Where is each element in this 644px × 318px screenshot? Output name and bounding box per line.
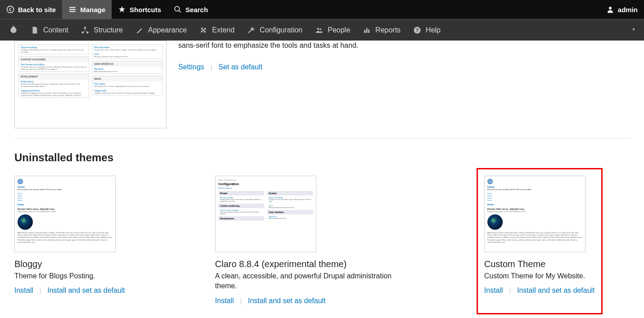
user-icon	[606, 5, 614, 14]
wrench-icon	[247, 26, 255, 34]
svg-point-1	[175, 6, 180, 11]
svg-point-7	[320, 28, 321, 30]
install-default-link[interactable]: Install and set as default	[47, 286, 125, 294]
nav-people[interactable]: People	[309, 19, 356, 41]
nav-appearance[interactable]: Appearance	[129, 19, 193, 41]
theme-name: Custom Theme	[484, 259, 595, 269]
svg-rect-9	[366, 28, 368, 33]
hamburger-icon	[68, 5, 77, 14]
shortcuts-link[interactable]: Shortcuts	[112, 0, 167, 19]
drupal-icon	[9, 25, 18, 34]
user-menu[interactable]: admin	[600, 0, 644, 19]
svg-rect-8	[364, 30, 365, 33]
wand-icon	[135, 26, 144, 34]
search-link[interactable]: Search	[167, 0, 214, 19]
home-icon-link[interactable]	[3, 25, 24, 35]
section-title: Uninstalled themes	[14, 151, 630, 164]
settings-link[interactable]: Settings	[178, 63, 204, 71]
svg-point-6	[317, 27, 320, 30]
puzzle-icon	[199, 26, 207, 34]
set-default-link[interactable]: Set as default	[218, 63, 262, 71]
people-icon	[315, 26, 323, 34]
uninstalled-themes-grid: Classy A base theme with sensible defaul…	[14, 176, 630, 305]
nav-help-label: Help	[426, 26, 441, 34]
toolbar-top: Back to site Manage Shortcuts Search adm…	[0, 0, 644, 19]
nav-content[interactable]: Content	[24, 19, 75, 41]
theme-card-bloggy: Classy A base theme with sensible defaul…	[14, 176, 125, 305]
nav-configuration-label: Configuration	[260, 26, 302, 34]
file-icon	[31, 26, 39, 34]
divider	[14, 138, 630, 139]
search-icon	[174, 5, 182, 14]
structure-icon	[81, 26, 89, 34]
svg-point-0	[7, 6, 14, 13]
install-link[interactable]: Install	[215, 297, 234, 304]
help-icon: ?	[413, 26, 421, 34]
svg-text:?: ?	[416, 27, 419, 32]
nav-reports-label: Reports	[375, 26, 401, 34]
shortcuts-label: Shortcuts	[130, 6, 161, 14]
back-to-site-label: Back to site	[18, 6, 56, 14]
toolbar-sub: Content Structure Appearance Extend Conf…	[0, 19, 644, 41]
theme-name: Claro 8.8.4 (experimental theme)	[215, 259, 394, 269]
svg-point-2	[609, 7, 612, 9]
nav-configuration[interactable]: Configuration	[241, 19, 309, 41]
nav-extend-label: Extend	[212, 26, 234, 34]
nav-content-label: Content	[43, 26, 68, 34]
back-to-site-link[interactable]: Back to site	[0, 0, 62, 19]
nav-reports[interactable]: Reports	[356, 19, 407, 41]
arrow-left-icon	[6, 5, 14, 14]
theme-name: Bloggy	[14, 259, 125, 269]
collapse-toggle[interactable]	[623, 25, 644, 35]
install-default-link[interactable]: Install and set as default	[517, 286, 595, 294]
nav-help[interactable]: ? Help	[407, 19, 447, 41]
collapse-icon	[630, 25, 638, 33]
svg-rect-10	[368, 29, 369, 33]
nav-extend[interactable]: Extend	[193, 19, 241, 41]
install-link[interactable]: Install	[14, 286, 33, 294]
theme-thumbnail: Classy A base theme with sensible defaul…	[484, 176, 585, 252]
theme-thumbnail: Classy A base theme with sensible defaul…	[14, 176, 116, 252]
installed-theme-thumbnail: Account settingsConfigure default behavi…	[14, 41, 167, 128]
nav-structure-label: Structure	[94, 26, 123, 34]
user-label: admin	[618, 6, 638, 14]
nav-structure[interactable]: Structure	[75, 19, 129, 41]
chart-icon	[363, 26, 371, 34]
install-default-link[interactable]: Install and set as default	[248, 297, 326, 304]
svg-point-3	[84, 27, 86, 29]
search-label: Search	[185, 6, 208, 14]
installed-theme-row: Account settingsConfigure default behavi…	[14, 41, 630, 128]
theme-card-custom: Classy A base theme with sensible defaul…	[477, 168, 603, 314]
manage-toggle[interactable]: Manage	[62, 0, 112, 19]
theme-description: Custom Theme for My Website.	[484, 271, 595, 281]
theme-thumbnail: Home > Administration Configuration Hide…	[215, 176, 316, 252]
nav-people-label: People	[328, 26, 350, 34]
theme-card-claro: Home > Administration Configuration Hide…	[215, 176, 394, 305]
theme-description: A clean, accessible, and powerful Drupal…	[215, 271, 394, 291]
installed-theme-description: sans-serif font to emphasize the tools a…	[178, 41, 630, 50]
star-icon	[118, 5, 126, 14]
manage-label: Manage	[80, 6, 105, 14]
nav-appearance-label: Appearance	[148, 26, 187, 34]
install-link[interactable]: Install	[484, 286, 503, 294]
theme-description: Theme for Blogs Posting.	[14, 271, 125, 281]
